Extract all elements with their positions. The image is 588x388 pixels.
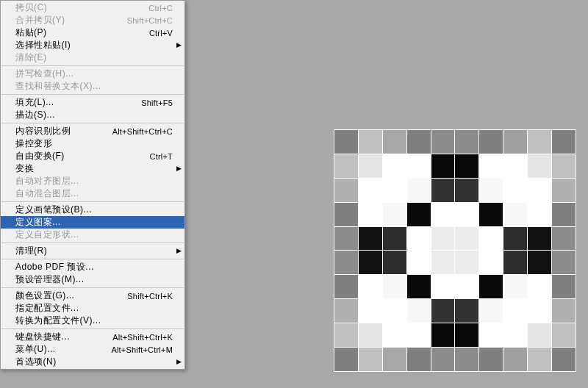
pattern-cell (334, 203, 358, 226)
pattern-cell (383, 179, 406, 202)
menu-item[interactable]: 填充(L)...Shift+F5 (1, 96, 184, 109)
pattern-cell (528, 348, 551, 371)
menu-item[interactable]: 颜色设置(G)...Shift+Ctrl+K (1, 290, 184, 302)
pattern-cell (552, 323, 576, 347)
menu-item-label: 首选项(N) (15, 356, 180, 368)
menu-separator (1, 287, 184, 288)
menu-item[interactable]: 清理(R)▶ (1, 245, 184, 257)
menu-item: 拼写检查(H)... (1, 68, 184, 80)
menu-item-label: 菜单(U)... (15, 343, 111, 356)
menu-item[interactable]: 操控变形 (1, 137, 184, 150)
menu-item: 定义自定形状... (1, 229, 184, 241)
menu-item-label: 填充(L)... (15, 96, 141, 109)
menu-item-shortcut: Shift+Ctrl+C (127, 16, 180, 25)
menu-item[interactable]: 预设管理器(M)... (1, 273, 184, 286)
pattern-cell (552, 275, 576, 298)
menu-item[interactable]: 定义画笔预设(B)... (1, 204, 184, 216)
pattern-cell (528, 299, 551, 323)
pattern-cell (503, 275, 527, 298)
pattern-cell (334, 154, 358, 178)
pattern-cell (455, 275, 478, 298)
pattern-cell (359, 251, 382, 274)
menu-item-label: 自动混合图层... (15, 187, 180, 200)
pattern-cell (334, 275, 358, 298)
pattern-cell (431, 299, 455, 323)
edit-menu: 拷贝(C)Ctrl+C合并拷贝(Y)Shift+Ctrl+C粘贴(P)Ctrl+… (0, 0, 185, 370)
pattern-cell (455, 179, 478, 202)
pattern-cell (383, 154, 406, 178)
pattern-cell (407, 154, 431, 178)
pattern-cell (383, 203, 406, 226)
pattern-cell (383, 251, 406, 274)
pattern-cell (359, 203, 382, 226)
menu-item-label: Adobe PDF 预设... (15, 261, 180, 273)
menu-item-label: 自动对齐图层... (15, 175, 180, 187)
pattern-cell (552, 348, 576, 371)
pattern-cell (552, 299, 576, 323)
pattern-cell (383, 299, 406, 323)
pattern-canvas (334, 129, 576, 372)
pattern-cell (359, 348, 382, 371)
pattern-cell (334, 179, 358, 202)
menu-item-label: 预设管理器(M)... (15, 273, 180, 286)
pattern-cell (528, 203, 551, 226)
pattern-cell (552, 179, 576, 202)
pattern-cell (431, 154, 455, 178)
pattern-cell (334, 251, 358, 274)
menu-item-shortcut: Shift+Ctrl+K (127, 292, 180, 301)
pattern-cell (479, 348, 503, 371)
menu-item[interactable]: 指定配置文件... (1, 302, 184, 315)
pattern-cell (334, 348, 358, 371)
pattern-cell (359, 154, 382, 178)
menu-item-label: 颜色设置(G)... (15, 290, 127, 302)
menu-item-label: 变换 (15, 162, 180, 175)
pattern-cell (359, 323, 382, 347)
pattern-cell (431, 227, 455, 251)
submenu-arrow-icon: ▶ (176, 42, 182, 48)
menu-item[interactable]: 键盘快捷键...Alt+Shift+Ctrl+K (1, 331, 184, 343)
submenu-arrow-icon: ▶ (176, 165, 182, 172)
menu-separator (1, 328, 184, 329)
pattern-cell (479, 299, 503, 323)
menu-item-shortcut: Shift+F5 (141, 98, 180, 107)
menu-item[interactable]: 转换为配置文件(V)... (1, 315, 184, 327)
pattern-cell (334, 227, 358, 251)
menu-item-label: 转换为配置文件(V)... (15, 315, 180, 327)
pattern-cell (528, 275, 551, 298)
menu-item[interactable]: Adobe PDF 预设... (1, 261, 184, 273)
pattern-cell (503, 130, 527, 154)
pattern-cell (503, 348, 527, 371)
menu-item[interactable]: 定义图案... (1, 216, 184, 229)
menu-item-label: 自由变换(F) (15, 150, 150, 162)
menu-item-label: 拷贝(C) (15, 1, 148, 14)
pattern-cell (503, 203, 527, 226)
menu-item-label: 选择性粘贴(I) (15, 39, 180, 51)
pattern-cell (479, 179, 503, 202)
pattern-cell (455, 227, 478, 251)
pattern-cell (407, 251, 431, 274)
pattern-cell (455, 154, 478, 178)
menu-item[interactable]: 粘贴(P)Ctrl+V (1, 26, 184, 39)
pattern-cell (455, 130, 478, 154)
menu-item-label: 合并拷贝(Y) (15, 14, 127, 26)
pattern-cell (455, 323, 478, 347)
menu-item[interactable]: 描边(S)... (1, 109, 184, 121)
menu-item[interactable]: 选择性粘贴(I)▶ (1, 39, 184, 51)
pattern-cell (552, 203, 576, 226)
menu-item: 自动对齐图层... (1, 175, 184, 187)
menu-item-shortcut: Ctrl+C (148, 4, 180, 12)
pattern-cell (359, 299, 382, 323)
pattern-cell (359, 179, 382, 202)
menu-item[interactable]: 首选项(N)▶ (1, 356, 184, 368)
pattern-cell (407, 323, 431, 347)
pattern-cell (407, 275, 431, 298)
menu-item[interactable]: 自由变换(F)Ctrl+T (1, 150, 184, 162)
pattern-cell (479, 154, 503, 178)
menu-separator (1, 242, 184, 243)
menu-item[interactable]: 变换▶ (1, 162, 184, 175)
menu-item[interactable]: 菜单(U)...Alt+Shift+Ctrl+M (1, 343, 184, 356)
menu-item[interactable]: 内容识别比例Alt+Shift+Ctrl+C (1, 125, 184, 137)
menu-item-shortcut: Alt+Shift+Ctrl+M (111, 345, 180, 354)
menu-item-label: 内容识别比例 (15, 125, 112, 137)
pattern-cell (334, 299, 358, 323)
